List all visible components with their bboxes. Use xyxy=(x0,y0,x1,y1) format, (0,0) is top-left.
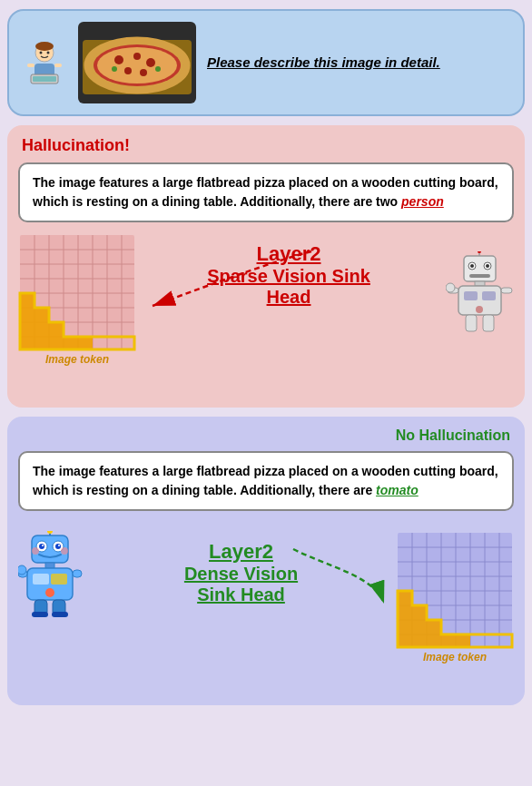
svg-rect-66 xyxy=(483,315,494,331)
svg-rect-115 xyxy=(427,634,441,647)
svg-rect-63 xyxy=(501,288,512,293)
svg-rect-117 xyxy=(456,634,470,647)
top-robot-icon xyxy=(446,251,514,333)
query-text: Please describe this image in detail. xyxy=(207,54,440,71)
svg-rect-43 xyxy=(34,322,49,337)
top-image-token-label: Image token xyxy=(45,353,109,366)
svg-rect-45 xyxy=(49,322,64,337)
bottom-layer-title: Layer2 Dense Vision Sink Head xyxy=(95,540,387,605)
svg-rect-4 xyxy=(54,64,62,67)
svg-rect-108 xyxy=(398,605,412,620)
bottom-robot-icon xyxy=(18,531,91,617)
svg-rect-82 xyxy=(51,574,67,585)
svg-point-77 xyxy=(32,547,39,555)
svg-rect-47 xyxy=(64,337,78,349)
query-bubble: Please describe this image in detail. xyxy=(7,9,525,116)
top-layer-line1: Layer2 xyxy=(136,242,441,266)
svg-rect-112 xyxy=(412,620,427,634)
svg-rect-42 xyxy=(34,308,49,322)
svg-point-14 xyxy=(114,55,123,64)
svg-rect-39 xyxy=(20,308,34,322)
top-response-box: The image features a large flatbread piz… xyxy=(18,162,514,222)
svg-rect-56 xyxy=(469,274,490,278)
svg-rect-79 xyxy=(45,563,54,568)
svg-rect-114 xyxy=(427,620,441,634)
svg-rect-89 xyxy=(32,612,48,617)
main-container: Please describe this image in detail. Ha… xyxy=(7,9,525,705)
svg-rect-46 xyxy=(49,337,64,349)
svg-rect-38 xyxy=(20,293,34,308)
svg-point-73 xyxy=(39,544,44,549)
bottom-layer-line2: Dense Vision xyxy=(95,564,387,585)
bottom-highlight-word: tomato xyxy=(376,483,419,497)
svg-rect-111 xyxy=(412,605,427,620)
bottom-layer-line1: Layer2 xyxy=(95,540,387,564)
svg-point-61 xyxy=(476,306,483,313)
bottom-grid-wrapper: Image token xyxy=(396,531,514,663)
svg-point-20 xyxy=(155,66,161,72)
svg-point-18 xyxy=(140,69,147,76)
svg-point-83 xyxy=(45,588,54,597)
svg-rect-107 xyxy=(398,591,412,605)
svg-point-70 xyxy=(47,531,53,534)
svg-rect-113 xyxy=(412,634,427,647)
top-layer-line2: Sparse Vision Sink xyxy=(136,266,441,287)
svg-rect-44 xyxy=(34,337,49,349)
svg-rect-60 xyxy=(482,291,496,300)
svg-point-74 xyxy=(55,544,61,549)
svg-point-51 xyxy=(478,251,481,253)
svg-point-7 xyxy=(40,52,43,54)
bottom-response-text: The image features a large flatbread piz… xyxy=(33,464,498,497)
svg-rect-3 xyxy=(27,64,34,67)
svg-point-15 xyxy=(133,53,141,60)
top-grid-wrapper: Image token xyxy=(18,233,136,366)
hallucination-label: Hallucination! xyxy=(18,136,514,155)
svg-point-55 xyxy=(486,264,489,268)
svg-point-1 xyxy=(35,42,54,51)
no-hallucination-label: No Hallucination xyxy=(18,427,514,444)
top-section: Hallucination! The image features a larg… xyxy=(7,125,525,408)
svg-point-8 xyxy=(47,52,50,54)
svg-rect-116 xyxy=(441,634,456,647)
svg-point-54 xyxy=(470,264,474,268)
svg-rect-41 xyxy=(20,337,34,349)
svg-rect-6 xyxy=(33,76,56,82)
top-layer-title: Layer2 Sparse Vision Sink Head xyxy=(136,242,441,308)
svg-point-17 xyxy=(124,67,132,74)
svg-rect-59 xyxy=(464,291,478,300)
bottom-section: No Hallucination The image features a la… xyxy=(7,417,525,705)
bottom-grid-icon xyxy=(396,531,514,649)
svg-point-86 xyxy=(18,565,26,575)
svg-rect-90 xyxy=(52,612,68,617)
svg-rect-65 xyxy=(466,315,477,331)
svg-point-75 xyxy=(42,545,44,546)
bottom-image-token-label: Image token xyxy=(423,651,487,663)
svg-rect-85 xyxy=(73,570,82,577)
top-grid-icon xyxy=(18,233,136,351)
svg-rect-109 xyxy=(398,620,412,634)
svg-rect-48 xyxy=(78,337,93,349)
user-avatar-icon xyxy=(22,40,67,85)
svg-point-78 xyxy=(61,547,68,555)
svg-rect-40 xyxy=(20,322,34,337)
top-token-area: Image token Layer2 Sparse Vision Sink He… xyxy=(18,233,514,397)
bottom-token-area: Layer2 Dense Vision Sink Head xyxy=(18,522,514,694)
svg-point-64 xyxy=(446,283,455,292)
svg-point-19 xyxy=(112,66,117,72)
svg-point-16 xyxy=(146,58,155,67)
top-layer-line3: Head xyxy=(136,287,441,308)
bottom-response-box: The image features a large flatbread piz… xyxy=(18,451,514,511)
top-highlight-word: person xyxy=(401,194,444,209)
svg-rect-110 xyxy=(398,634,412,647)
bottom-layer-line3: Sink Head xyxy=(95,585,387,605)
svg-point-76 xyxy=(58,545,60,546)
pizza-image xyxy=(78,22,196,103)
svg-rect-81 xyxy=(33,574,49,585)
